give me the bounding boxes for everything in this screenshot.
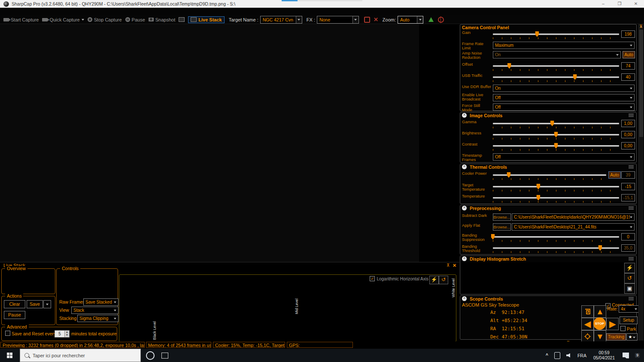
subtract-dark-browse-button[interactable]: Browse... — [493, 213, 511, 221]
start-button[interactable] — [0, 349, 20, 362]
stretch-histogram-chart[interactable] — [462, 262, 623, 293]
mid-level-label[interactable]: Mid Level — [295, 298, 299, 314]
zoom-select[interactable]: Auto — [398, 16, 423, 24]
close-icon[interactable]: ✕ — [453, 263, 456, 268]
banding-suppression-value[interactable]: 0 — [621, 233, 635, 240]
auto-stretch-button[interactable]: ⚡ — [429, 276, 439, 284]
apply-flat-browse-button[interactable]: Browse... — [493, 223, 511, 231]
collapse-icon[interactable]: ^ — [462, 206, 467, 210]
cooler-auto-button[interactable]: Auto — [608, 171, 621, 179]
fx-select[interactable]: None — [317, 16, 359, 24]
cooler-power-slider[interactable] — [493, 172, 606, 179]
gamma-slider[interactable] — [493, 121, 619, 128]
white-level-label[interactable]: White Level — [451, 278, 456, 297]
brightness-slider[interactable] — [493, 132, 619, 139]
reticle-icon[interactable] — [438, 17, 444, 23]
stop-capture-button[interactable]: Stop Capture — [88, 17, 122, 22]
black-level-label[interactable]: Black Level — [152, 321, 157, 340]
gain-slider[interactable] — [493, 31, 619, 38]
contrast-value[interactable]: 0,00 — [621, 142, 635, 149]
stacking-select[interactable]: Sigma Clipping — [77, 315, 118, 322]
menu-icon[interactable] — [629, 297, 634, 301]
timestamp-frames-select[interactable]: Off — [493, 153, 635, 161]
spinner-arrows[interactable]: ▲▼ — [64, 330, 70, 338]
menu-icon[interactable] — [629, 207, 634, 210]
speaker-icon[interactable] — [566, 353, 571, 358]
menu-icon[interactable] — [629, 165, 634, 169]
histogram-icon[interactable] — [428, 17, 434, 22]
save-options-button[interactable] — [43, 300, 51, 308]
clear-selection-icon[interactable]: ✕ — [374, 18, 378, 22]
view-select[interactable]: Stack — [71, 307, 118, 314]
taskbar-clock[interactable]: 00:5905/04/2021 — [593, 350, 615, 361]
pause-button[interactable]: Pause — [125, 17, 145, 22]
reset-stretch-button[interactable]: ↺ — [439, 276, 448, 284]
search-input[interactable]: Taper ici pour rechercher — [20, 349, 141, 362]
live-broadcast-select[interactable]: Off — [493, 94, 635, 101]
target-temperature-value[interactable]: -15 — [621, 183, 635, 190]
amp-noise-select[interactable]: On — [493, 51, 621, 58]
slew-left-button[interactable]: ◀ — [581, 318, 594, 330]
target-temperature-slider[interactable] — [493, 184, 619, 191]
scrollbar-thumb[interactable] — [639, 30, 643, 137]
slew-right-button[interactable]: ▶ — [606, 318, 619, 330]
amp-noise-auto-button[interactable]: Auto — [623, 51, 635, 58]
pause-stack-button[interactable]: Pause — [4, 311, 25, 319]
snapshot-button[interactable]: Snapshot — [149, 17, 175, 22]
star-rate-button[interactable]: ★ — [626, 333, 638, 341]
live-stack-button[interactable]: Live Stack — [188, 16, 224, 23]
collapse-icon[interactable]: ^ — [462, 256, 467, 261]
raw-frames-select[interactable]: Save Stacked — [83, 298, 118, 306]
menu-icon[interactable] — [629, 257, 634, 261]
tablet-mode-icon[interactable] — [554, 352, 560, 359]
usb-traffic-slider[interactable] — [493, 74, 619, 81]
panel-pin-icon[interactable]: ⊼ — [639, 24, 642, 29]
cortana-button[interactable] — [146, 351, 155, 360]
setup-button[interactable]: Setup — [620, 316, 638, 324]
spiral-search-button[interactable] — [581, 305, 594, 318]
tray-expand-icon[interactable]: ^ — [546, 353, 548, 358]
gain-value[interactable]: 198 — [621, 30, 635, 38]
maximize-button[interactable]: ❐ — [611, 0, 628, 8]
collapse-icon[interactable]: ^ — [462, 164, 467, 169]
offset-slider[interactable] — [493, 63, 619, 70]
stop-slew-button[interactable]: STOP — [593, 317, 606, 330]
reset-stretch-button[interactable]: ↺ — [624, 273, 635, 283]
rate-select[interactable]: 4x — [619, 305, 639, 313]
banding-suppression-slider[interactable] — [493, 234, 619, 241]
usb-traffic-value[interactable]: 40 — [621, 73, 635, 81]
save-button[interactable]: Save — [27, 300, 43, 308]
menu-icon[interactable] — [629, 114, 634, 117]
start-capture-button[interactable]: Start Capture — [3, 17, 39, 22]
banding-threshold-slider[interactable] — [493, 245, 619, 252]
park-checkbox[interactable]: Park — [620, 326, 636, 332]
selection-area-icon[interactable] — [364, 17, 370, 23]
language-indicator[interactable]: FRA — [577, 353, 586, 358]
minutes-spinner[interactable]: 5 — [55, 330, 65, 338]
frame-rate-limit-select[interactable]: Maximum — [493, 42, 635, 49]
save-reset-checkbox[interactable]: Save and Reset every — [5, 331, 56, 336]
clear-button[interactable]: Clear — [4, 300, 25, 308]
minimize-button[interactable]: – — [595, 0, 611, 8]
log-axis-checkbox[interactable]: ✓Logarithmic Horizontal Axis — [370, 276, 428, 281]
live-histogram-chart[interactable]: Black Level Mid Level White Level ✓Logar… — [119, 274, 456, 342]
subtract-dark-path-select[interactable]: C:\Users\SharkFleet\Desktop\darks\QHY290… — [512, 213, 635, 221]
tracking-button[interactable]: Tracking — [606, 333, 626, 341]
task-view-button[interactable] — [161, 353, 168, 359]
quick-capture-button[interactable]: Quick Capture — [42, 17, 84, 22]
collapse-icon[interactable]: ^ — [462, 296, 467, 301]
auto-stretch-button[interactable]: ⚡ — [624, 263, 635, 273]
slew-up-button[interactable]: ▲ — [594, 305, 606, 318]
gamma-value[interactable]: 1,00 — [621, 120, 635, 127]
contrast-slider[interactable] — [493, 143, 619, 150]
apply-flat-path-select[interactable]: C:\Users\SharkFleet\Desktop\21_21_44.fit… — [512, 223, 635, 231]
brightness-value[interactable]: 0,00 — [621, 131, 635, 138]
display-settings-button[interactable] — [179, 17, 185, 22]
panel-pin-icon[interactable]: ⊼ — [447, 263, 450, 268]
save-stretch-button[interactable]: ▣ — [624, 283, 635, 294]
notification-icon[interactable] — [623, 353, 629, 359]
close-button[interactable]: ✕ — [628, 0, 644, 8]
target-name-select[interactable]: NGC 4217 Cvn — [260, 16, 302, 24]
camera-preview-image[interactable] — [0, 24, 419, 262]
offset-value[interactable]: 74 — [621, 62, 635, 70]
